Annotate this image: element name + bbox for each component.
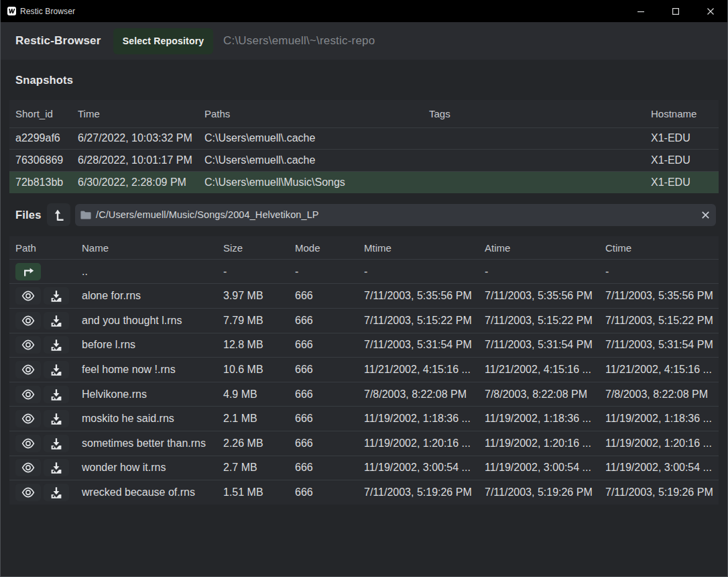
window-border-left <box>0 0 1 577</box>
eye-icon <box>21 389 35 400</box>
repository-path: C:\Users\emuell\~\restic-repo <box>223 34 375 48</box>
download-file-button[interactable] <box>44 410 69 427</box>
download-file-button[interactable] <box>44 336 69 354</box>
eye-icon <box>21 413 35 424</box>
view-file-button[interactable] <box>15 336 41 354</box>
file-cell-size: 12.8 MB <box>217 333 289 358</box>
snapshot-cell-paths: C:\Users\emuell\.cache <box>198 127 423 150</box>
file-row[interactable]: wrecked because of.rns1.51 MB6667/11/200… <box>9 480 719 505</box>
file-cell-mode: 666 <box>289 284 358 309</box>
app-header: Restic-Browser Select Repository C:\User… <box>0 22 728 60</box>
download-icon <box>50 437 63 450</box>
file-row[interactable]: and you thought l.rns7.79 MB6667/11/2003… <box>9 309 719 333</box>
file-cell-name: before l.rns <box>76 333 217 358</box>
file-cell-mode: 666 <box>289 382 358 407</box>
file-cell-ctime: 11/19/2002, 1:18:36 ... <box>599 407 719 431</box>
download-file-button[interactable] <box>44 435 69 452</box>
download-icon <box>50 461 63 474</box>
eye-icon <box>21 315 35 326</box>
download-file-button[interactable] <box>44 287 69 305</box>
download-file-button[interactable] <box>44 312 69 329</box>
snapshot-cell-time: 6/30/2022, 2:28:09 PM <box>72 172 198 194</box>
view-file-button[interactable] <box>15 459 41 476</box>
file-row[interactable]: moskito he said.rns2.1 MB66611/19/2002, … <box>9 407 719 431</box>
view-file-button[interactable] <box>15 287 41 305</box>
files-col-path: Path <box>9 236 76 259</box>
file-cell-atime: 7/11/2003, 5:15:22 PM <box>479 309 599 333</box>
clear-icon <box>701 211 710 219</box>
file-cell-mode: 666 <box>289 431 358 456</box>
snapshot-row[interactable]: a2299af66/27/2022, 10:03:32 PMC:\Users\e… <box>9 127 719 150</box>
files-table-wrap: Path Name Size Mode Mtime Atime Ctime ..… <box>0 236 728 505</box>
download-icon <box>50 363 63 376</box>
select-repository-button[interactable]: Select Repository <box>113 28 213 54</box>
parent-directory-button[interactable] <box>47 203 70 226</box>
snapshot-row[interactable]: 72b813bb6/30/2022, 2:28:09 PMC:\Users\em… <box>9 172 719 194</box>
maximize-button[interactable] <box>658 0 693 22</box>
file-cell-actions <box>9 333 76 358</box>
file-cell-size: 2.26 MB <box>217 431 289 456</box>
download-icon <box>50 289 63 303</box>
file-row[interactable]: Helvikone.rns4.9 MB6667/8/2003, 8:22:08 … <box>9 382 719 407</box>
download-icon <box>50 412 63 425</box>
close-button[interactable] <box>693 0 728 22</box>
current-path-input[interactable]: /C/Users/emuell/Music/Songs/2004_Helveti… <box>75 204 716 226</box>
file-cell-mtime: 7/11/2003, 5:19:26 PM <box>358 480 479 505</box>
wails-logo-icon <box>7 7 16 15</box>
file-row[interactable]: feel home now !.rns10.6 MB66611/21/2002,… <box>9 358 719 382</box>
view-file-button[interactable] <box>15 386 41 403</box>
file-cell-mtime: 7/11/2003, 5:31:54 PM <box>358 333 479 358</box>
files-col-name: Name <box>76 236 217 259</box>
enter-parent-directory-button[interactable] <box>15 263 41 280</box>
file-cell-ctime: 11/19/2002, 3:00:54 ... <box>599 456 719 480</box>
file-cell-name: sometimes better than.rns <box>76 431 217 456</box>
snapshot-cell-hostname: X1-EDU <box>645 127 719 150</box>
snapshot-cell-paths: C:\Users\emuell\Music\Songs <box>198 172 423 194</box>
file-cell-mtime: 7/11/2003, 5:15:22 PM <box>358 309 479 333</box>
view-file-button[interactable] <box>15 484 41 501</box>
view-file-button[interactable] <box>15 435 41 452</box>
file-cell-ctime: 7/8/2003, 8:22:08 PM <box>599 382 719 407</box>
file-row[interactable]: alone for.rns3.97 MB6667/11/2003, 5:35:5… <box>9 284 719 309</box>
snapshots-col-hostname: Hostname <box>645 100 719 127</box>
snapshot-cell-short_id: 72b813bb <box>9 172 72 194</box>
snapshot-cell-tags <box>423 172 645 194</box>
file-cell-mtime: 11/19/2002, 1:20:16 ... <box>358 431 479 456</box>
eye-icon <box>21 438 35 449</box>
minimize-button[interactable] <box>623 0 658 22</box>
download-file-button[interactable] <box>44 484 69 501</box>
file-cell-ctime: 7/11/2003, 5:31:54 PM <box>599 333 719 358</box>
download-file-button[interactable] <box>44 459 69 476</box>
file-row[interactable]: sometimes better than.rns2.26 MB66611/19… <box>9 431 719 456</box>
snapshot-cell-tags <box>423 127 645 150</box>
files-col-size: Size <box>217 236 289 259</box>
file-row[interactable]: before l.rns12.8 MB6667/11/2003, 5:31:54… <box>9 333 719 358</box>
view-file-button[interactable] <box>15 312 41 329</box>
files-heading: Files <box>15 209 47 221</box>
file-cell-mode: 666 <box>289 333 358 358</box>
file-cell-ctime: 7/11/2003, 5:19:26 PM <box>599 480 719 505</box>
eye-icon <box>21 487 35 498</box>
download-file-button[interactable] <box>44 386 69 403</box>
snapshot-row[interactable]: 763068696/28/2022, 10:01:17 PMC:\Users\e… <box>9 150 719 172</box>
file-cell-mtime: 7/11/2003, 5:35:56 PM <box>358 284 479 309</box>
eye-icon <box>21 291 35 301</box>
file-cell-actions <box>9 431 76 456</box>
view-file-button[interactable] <box>15 361 41 378</box>
files-col-mode: Mode <box>289 236 358 259</box>
file-row-parent[interactable]: ..----- <box>9 259 719 284</box>
file-cell-name: Helvikone.rns <box>76 382 217 407</box>
file-cell-mode: 666 <box>289 358 358 382</box>
file-cell-mode: 666 <box>289 456 358 480</box>
file-row[interactable]: wonder how it.rns2.7 MB66611/19/2002, 3:… <box>9 456 719 480</box>
file-cell-name: feel home now !.rns <box>76 358 217 382</box>
download-icon <box>50 486 63 499</box>
download-file-button[interactable] <box>44 361 69 378</box>
eye-icon <box>21 339 35 350</box>
view-file-button[interactable] <box>15 410 41 427</box>
file-cell-actions <box>9 358 76 382</box>
clear-path-button[interactable] <box>701 211 710 219</box>
files-toolbar: Files /C/Users/emuell/Music/Songs/2004_H… <box>15 203 716 226</box>
file-cell-name: and you thought l.rns <box>76 309 217 333</box>
file-cell-size: 2.7 MB <box>217 456 289 480</box>
